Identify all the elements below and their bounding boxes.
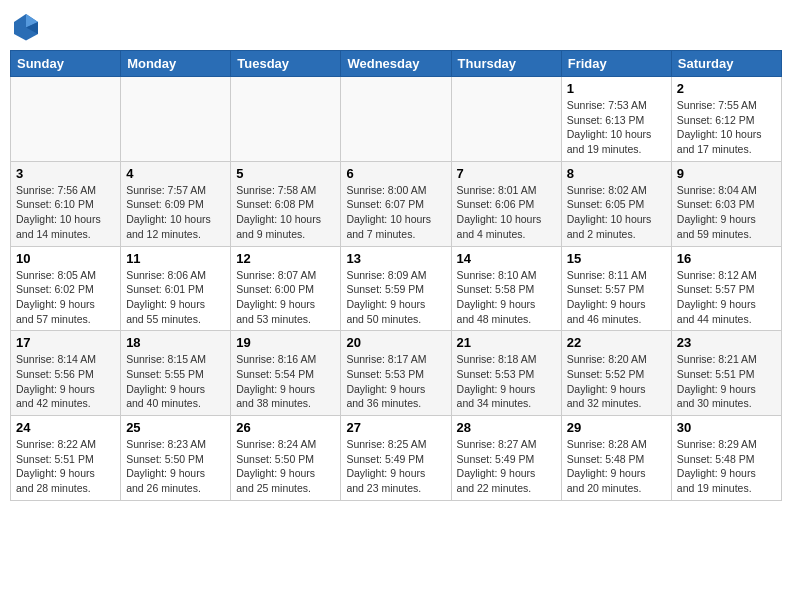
day-info: Sunrise: 8:27 AM Sunset: 5:49 PM Dayligh… [457,437,556,496]
calendar-header: SundayMondayTuesdayWednesdayThursdayFrid… [11,51,782,77]
calendar-cell: 17Sunrise: 8:14 AM Sunset: 5:56 PM Dayli… [11,331,121,416]
day-info: Sunrise: 7:53 AM Sunset: 6:13 PM Dayligh… [567,98,666,157]
day-info: Sunrise: 8:20 AM Sunset: 5:52 PM Dayligh… [567,352,666,411]
day-number: 20 [346,335,445,350]
day-number: 14 [457,251,556,266]
day-number: 10 [16,251,115,266]
day-number: 9 [677,166,776,181]
weekday-header: Saturday [671,51,781,77]
calendar-cell: 2Sunrise: 7:55 AM Sunset: 6:12 PM Daylig… [671,77,781,162]
day-info: Sunrise: 8:14 AM Sunset: 5:56 PM Dayligh… [16,352,115,411]
calendar-cell [11,77,121,162]
calendar-cell: 19Sunrise: 8:16 AM Sunset: 5:54 PM Dayli… [231,331,341,416]
day-info: Sunrise: 8:10 AM Sunset: 5:58 PM Dayligh… [457,268,556,327]
day-number: 19 [236,335,335,350]
day-info: Sunrise: 8:12 AM Sunset: 5:57 PM Dayligh… [677,268,776,327]
day-number: 21 [457,335,556,350]
calendar-week-row: 3Sunrise: 7:56 AM Sunset: 6:10 PM Daylig… [11,161,782,246]
calendar-cell: 30Sunrise: 8:29 AM Sunset: 5:48 PM Dayli… [671,416,781,501]
day-number: 18 [126,335,225,350]
calendar-cell: 26Sunrise: 8:24 AM Sunset: 5:50 PM Dayli… [231,416,341,501]
day-number: 28 [457,420,556,435]
logo-icon [10,10,42,42]
weekday-header: Monday [121,51,231,77]
calendar-cell: 24Sunrise: 8:22 AM Sunset: 5:51 PM Dayli… [11,416,121,501]
calendar-cell: 20Sunrise: 8:17 AM Sunset: 5:53 PM Dayli… [341,331,451,416]
day-number: 1 [567,81,666,96]
calendar-table: SundayMondayTuesdayWednesdayThursdayFrid… [10,50,782,501]
day-info: Sunrise: 8:24 AM Sunset: 5:50 PM Dayligh… [236,437,335,496]
day-number: 8 [567,166,666,181]
calendar-cell: 28Sunrise: 8:27 AM Sunset: 5:49 PM Dayli… [451,416,561,501]
calendar-cell: 4Sunrise: 7:57 AM Sunset: 6:09 PM Daylig… [121,161,231,246]
day-number: 26 [236,420,335,435]
calendar-cell: 10Sunrise: 8:05 AM Sunset: 6:02 PM Dayli… [11,246,121,331]
day-number: 27 [346,420,445,435]
day-number: 15 [567,251,666,266]
calendar-body: 1Sunrise: 7:53 AM Sunset: 6:13 PM Daylig… [11,77,782,501]
day-number: 7 [457,166,556,181]
day-info: Sunrise: 8:05 AM Sunset: 6:02 PM Dayligh… [16,268,115,327]
day-number: 23 [677,335,776,350]
calendar-cell: 13Sunrise: 8:09 AM Sunset: 5:59 PM Dayli… [341,246,451,331]
weekday-row: SundayMondayTuesdayWednesdayThursdayFrid… [11,51,782,77]
day-info: Sunrise: 8:09 AM Sunset: 5:59 PM Dayligh… [346,268,445,327]
calendar-week-row: 24Sunrise: 8:22 AM Sunset: 5:51 PM Dayli… [11,416,782,501]
calendar-week-row: 10Sunrise: 8:05 AM Sunset: 6:02 PM Dayli… [11,246,782,331]
calendar-cell: 25Sunrise: 8:23 AM Sunset: 5:50 PM Dayli… [121,416,231,501]
day-info: Sunrise: 8:02 AM Sunset: 6:05 PM Dayligh… [567,183,666,242]
day-info: Sunrise: 8:29 AM Sunset: 5:48 PM Dayligh… [677,437,776,496]
day-info: Sunrise: 8:11 AM Sunset: 5:57 PM Dayligh… [567,268,666,327]
calendar-cell: 14Sunrise: 8:10 AM Sunset: 5:58 PM Dayli… [451,246,561,331]
day-info: Sunrise: 7:56 AM Sunset: 6:10 PM Dayligh… [16,183,115,242]
day-info: Sunrise: 8:22 AM Sunset: 5:51 PM Dayligh… [16,437,115,496]
calendar-cell: 12Sunrise: 8:07 AM Sunset: 6:00 PM Dayli… [231,246,341,331]
weekday-header: Sunday [11,51,121,77]
day-number: 11 [126,251,225,266]
day-info: Sunrise: 8:07 AM Sunset: 6:00 PM Dayligh… [236,268,335,327]
day-info: Sunrise: 8:25 AM Sunset: 5:49 PM Dayligh… [346,437,445,496]
day-number: 24 [16,420,115,435]
calendar-cell: 16Sunrise: 8:12 AM Sunset: 5:57 PM Dayli… [671,246,781,331]
logo [10,10,46,42]
calendar-cell: 3Sunrise: 7:56 AM Sunset: 6:10 PM Daylig… [11,161,121,246]
day-number: 22 [567,335,666,350]
calendar-cell: 6Sunrise: 8:00 AM Sunset: 6:07 PM Daylig… [341,161,451,246]
day-number: 30 [677,420,776,435]
day-info: Sunrise: 7:55 AM Sunset: 6:12 PM Dayligh… [677,98,776,157]
calendar-cell: 1Sunrise: 7:53 AM Sunset: 6:13 PM Daylig… [561,77,671,162]
calendar-cell: 15Sunrise: 8:11 AM Sunset: 5:57 PM Dayli… [561,246,671,331]
day-info: Sunrise: 7:57 AM Sunset: 6:09 PM Dayligh… [126,183,225,242]
calendar-cell: 5Sunrise: 7:58 AM Sunset: 6:08 PM Daylig… [231,161,341,246]
day-number: 29 [567,420,666,435]
calendar-cell [451,77,561,162]
day-number: 17 [16,335,115,350]
weekday-header: Friday [561,51,671,77]
day-info: Sunrise: 8:00 AM Sunset: 6:07 PM Dayligh… [346,183,445,242]
calendar-cell: 29Sunrise: 8:28 AM Sunset: 5:48 PM Dayli… [561,416,671,501]
weekday-header: Thursday [451,51,561,77]
calendar-cell: 18Sunrise: 8:15 AM Sunset: 5:55 PM Dayli… [121,331,231,416]
day-number: 25 [126,420,225,435]
weekday-header: Tuesday [231,51,341,77]
day-number: 4 [126,166,225,181]
page-header [10,10,782,42]
calendar-cell: 9Sunrise: 8:04 AM Sunset: 6:03 PM Daylig… [671,161,781,246]
calendar-cell: 23Sunrise: 8:21 AM Sunset: 5:51 PM Dayli… [671,331,781,416]
calendar-cell: 8Sunrise: 8:02 AM Sunset: 6:05 PM Daylig… [561,161,671,246]
day-info: Sunrise: 8:17 AM Sunset: 5:53 PM Dayligh… [346,352,445,411]
calendar-cell [121,77,231,162]
day-number: 5 [236,166,335,181]
day-info: Sunrise: 8:21 AM Sunset: 5:51 PM Dayligh… [677,352,776,411]
day-info: Sunrise: 7:58 AM Sunset: 6:08 PM Dayligh… [236,183,335,242]
day-info: Sunrise: 8:23 AM Sunset: 5:50 PM Dayligh… [126,437,225,496]
calendar-cell: 7Sunrise: 8:01 AM Sunset: 6:06 PM Daylig… [451,161,561,246]
day-number: 6 [346,166,445,181]
day-number: 3 [16,166,115,181]
weekday-header: Wednesday [341,51,451,77]
day-number: 16 [677,251,776,266]
calendar-cell [231,77,341,162]
day-info: Sunrise: 8:18 AM Sunset: 5:53 PM Dayligh… [457,352,556,411]
day-number: 2 [677,81,776,96]
calendar-cell [341,77,451,162]
